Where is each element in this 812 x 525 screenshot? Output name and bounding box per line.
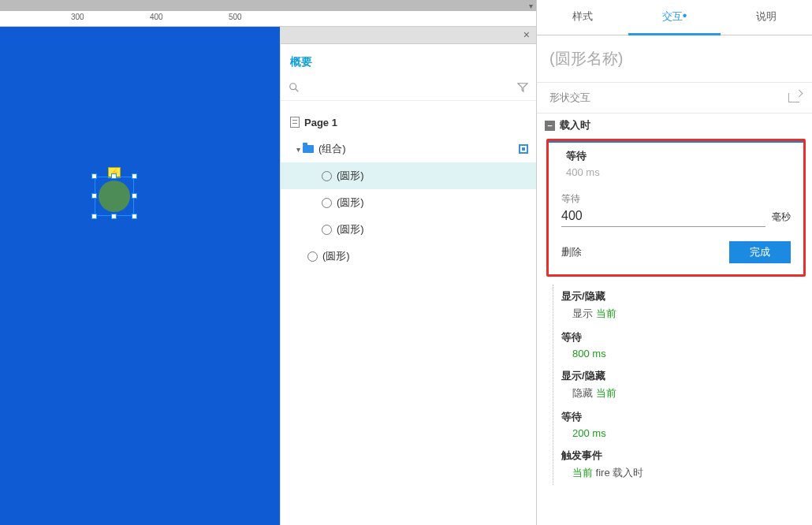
- action-list: 显示/隐藏 显示 当前 等待 800 ms 显示/隐藏 隐藏 当前 等待 200…: [553, 285, 807, 485]
- create-link-icon[interactable]: [788, 93, 799, 102]
- resize-handle[interactable]: [132, 214, 137, 219]
- svg-marker-2: [518, 84, 527, 92]
- disclosure-triangle-icon[interactable]: ▾: [293, 145, 303, 154]
- delete-action-link[interactable]: 删除: [561, 245, 582, 259]
- tree-row-circle[interactable]: (圆形): [281, 162, 536, 189]
- section-title: 形状交互: [549, 91, 590, 105]
- circle-icon: [322, 171, 332, 181]
- tab-style[interactable]: 样式: [537, 0, 628, 35]
- canvas-area[interactable]: ▾ 300 400 500 ⚡ ×: [0, 0, 536, 525]
- inspector-tabs: 样式 交互• 说明: [537, 0, 812, 35]
- outline-heading: 概要: [281, 44, 536, 77]
- page-icon: [290, 117, 300, 128]
- tree-row-group[interactable]: ▾ (组合): [281, 136, 536, 162]
- outline-tree: Page 1 ▾ (组合) (圆形) (圆形): [281, 101, 536, 270]
- outline-panel: × 概要 Page 1 ▾: [280, 27, 536, 525]
- action-item[interactable]: 等待 200 ms: [555, 405, 807, 444]
- action-item[interactable]: 触发事件 当前 fire 载入时: [555, 444, 807, 485]
- resize-handle[interactable]: [132, 173, 137, 179]
- circle-icon: [322, 198, 332, 208]
- toolbar-dropdown-icon[interactable]: ▾: [529, 2, 533, 10]
- action-item[interactable]: 显示/隐藏 隐藏 当前: [555, 364, 807, 405]
- tree-row-circle[interactable]: (圆形): [281, 216, 536, 243]
- edit-action-highlight: 等待 400 ms 等待 毫秒 删除 完成: [546, 139, 806, 277]
- action-summary: 400 ms: [549, 165, 803, 186]
- inspector-panel: 样式 交互• 说明 (圆形名称) 形状交互 – 载入时 等待 400 ms 等待: [536, 0, 812, 525]
- resize-handle[interactable]: [91, 214, 97, 219]
- canvas-page[interactable]: ⚡: [0, 27, 280, 525]
- resize-handle[interactable]: [111, 214, 117, 219]
- close-icon[interactable]: ×: [523, 28, 530, 41]
- collapse-icon[interactable]: –: [545, 121, 555, 131]
- unit-label: 毫秒: [772, 210, 791, 227]
- resize-handle[interactable]: [91, 193, 97, 199]
- folder-icon: [303, 145, 314, 153]
- action-item[interactable]: 等待 800 ms: [555, 326, 807, 364]
- circle-icon: [322, 225, 332, 235]
- tab-interactions[interactable]: 交互•: [628, 0, 720, 35]
- tree-row-circle[interactable]: (圆形): [281, 243, 536, 270]
- field-label: 等待: [549, 186, 803, 206]
- interactions-section-header: 形状交互: [537, 82, 812, 114]
- outline-search-row: [281, 77, 536, 101]
- done-button[interactable]: 完成: [729, 241, 791, 263]
- circle-icon: [307, 251, 318, 262]
- top-toolbar: ▾: [0, 0, 536, 11]
- event-header[interactable]: – 载入时: [545, 114, 807, 137]
- selected-circle-shape[interactable]: ⚡: [95, 177, 134, 216]
- svg-point-0: [290, 84, 296, 90]
- svg-line-1: [296, 89, 299, 92]
- wait-value-input[interactable]: [561, 206, 765, 227]
- search-icon[interactable]: [289, 82, 300, 95]
- event-name: 载入时: [560, 118, 590, 132]
- resize-handle[interactable]: [111, 173, 117, 179]
- target-icon[interactable]: [519, 144, 528, 154]
- ruler-horizontal: 300 400 500: [0, 11, 536, 27]
- tree-row-circle[interactable]: (圆形): [281, 189, 536, 216]
- outline-titlebar[interactable]: ×: [281, 27, 536, 44]
- action-item[interactable]: 显示/隐藏 显示 当前: [555, 285, 807, 326]
- widget-name-input[interactable]: (圆形名称): [537, 35, 812, 82]
- filter-icon[interactable]: [517, 82, 528, 95]
- resize-handle[interactable]: [91, 173, 97, 179]
- resize-handle[interactable]: [132, 193, 137, 199]
- action-title: 等待: [549, 143, 803, 165]
- tree-row-page[interactable]: Page 1: [281, 109, 536, 136]
- tab-notes[interactable]: 说明: [721, 0, 812, 35]
